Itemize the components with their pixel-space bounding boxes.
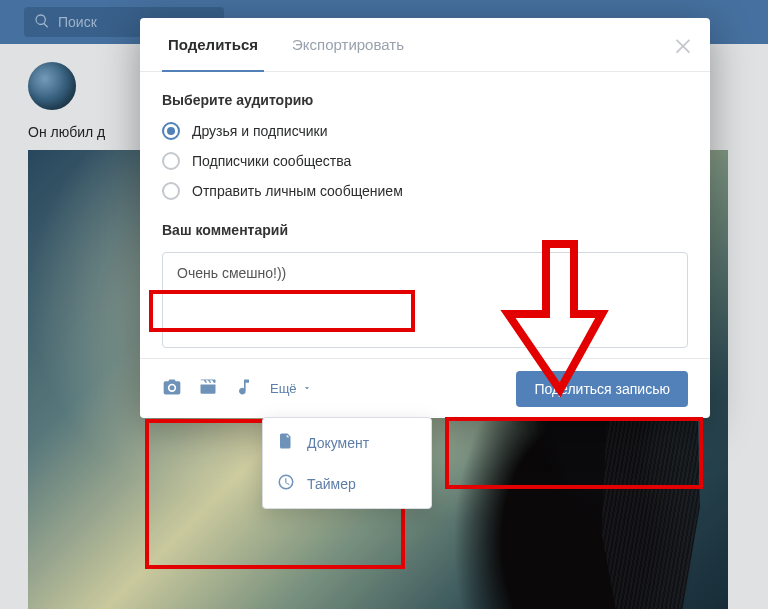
close-icon [672, 43, 694, 59]
clock-icon [277, 473, 295, 494]
radio-indicator-icon [162, 122, 180, 140]
radio-private-message[interactable]: Отправить личным сообщением [162, 182, 688, 200]
share-button[interactable]: Поделиться записью [516, 371, 688, 407]
video-icon[interactable] [198, 377, 218, 400]
radio-community[interactable]: Подписчики сообщества [162, 152, 688, 170]
comment-input[interactable]: Очень смешно!)) [162, 252, 688, 348]
share-button-label: Поделиться записью [534, 381, 670, 397]
music-icon[interactable] [234, 377, 254, 400]
radio-indicator-icon [162, 152, 180, 170]
dropdown-item-label: Документ [307, 435, 369, 451]
chevron-down-icon [302, 381, 312, 396]
tab-export[interactable]: Экспортировать [286, 18, 410, 72]
more-button[interactable]: Ещё [270, 381, 312, 396]
tab-label: Экспортировать [292, 36, 404, 53]
radio-label: Друзья и подписчики [192, 123, 328, 139]
dropdown-item-label: Таймер [307, 476, 356, 492]
share-modal: Поделиться Экспортировать Выберите аудит… [140, 18, 710, 418]
tab-share[interactable]: Поделиться [162, 18, 264, 72]
dropdown-item-document[interactable]: Документ [263, 422, 431, 463]
radio-friends[interactable]: Друзья и подписчики [162, 122, 688, 140]
audience-options: Друзья и подписчики Подписчики сообществ… [162, 122, 688, 200]
document-icon [277, 432, 295, 453]
audience-label: Выберите аудиторию [162, 92, 688, 108]
radio-label: Отправить личным сообщением [192, 183, 403, 199]
close-button[interactable] [672, 34, 694, 56]
dropdown-item-timer[interactable]: Таймер [263, 463, 431, 504]
tab-label: Поделиться [168, 36, 258, 53]
more-dropdown: Документ Таймер [262, 417, 432, 509]
radio-indicator-icon [162, 182, 180, 200]
camera-icon[interactable] [162, 377, 182, 400]
comment-label: Ваш комментарий [162, 222, 688, 238]
radio-label: Подписчики сообщества [192, 153, 351, 169]
more-label: Ещё [270, 381, 297, 396]
attach-bar: Ещё Документ Таймер [162, 377, 312, 400]
